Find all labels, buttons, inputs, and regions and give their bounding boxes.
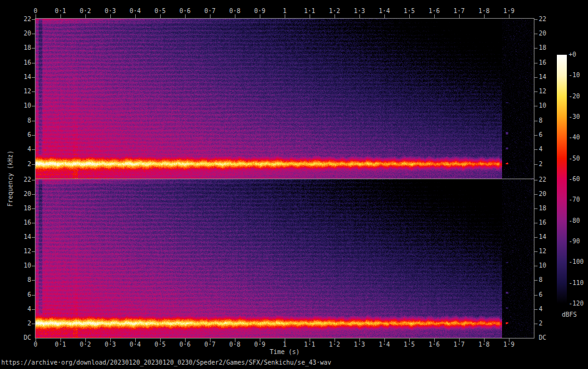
freq-tick-mark xyxy=(534,63,538,63)
freq-tick-mark xyxy=(534,280,538,281)
freq-tick-label: 20 xyxy=(539,29,560,37)
freq-tick-mark xyxy=(534,324,538,324)
spectrogram-canvas-channel-2 xyxy=(36,179,534,338)
freq-tick-mark xyxy=(534,19,538,20)
time-tick-mark xyxy=(409,339,410,342)
time-tick-mark xyxy=(359,14,360,18)
colorbar-tick-label: -110 xyxy=(569,279,587,287)
freq-tick-label: 4 xyxy=(12,305,31,313)
time-tick-mark xyxy=(60,339,61,342)
freq-tick-mark xyxy=(534,77,538,78)
spectrogram-figure: Frequency (kHz) 00·10·20·30·40·50·60·70·… xyxy=(0,0,588,369)
freq-tick-label: 18 xyxy=(539,44,560,52)
time-tick-mark xyxy=(484,14,485,18)
freq-dc-label: DC xyxy=(539,334,560,342)
time-tick-mark xyxy=(310,14,310,18)
time-tick-mark xyxy=(384,14,385,18)
spectrogram-canvas-channel-1 xyxy=(36,19,534,179)
colorbar-tick-label: -60 xyxy=(569,175,587,183)
time-tick-mark xyxy=(36,14,36,18)
source-url: https://archive·org/download/20230120_20… xyxy=(1,358,331,367)
time-tick-mark xyxy=(185,339,186,342)
time-tick-mark xyxy=(210,14,211,18)
freq-tick-label: 12 xyxy=(12,247,31,255)
freq-tick-label: 8 xyxy=(12,276,31,284)
freq-tick-label: 4 xyxy=(12,145,31,153)
freq-tick-label: 2 xyxy=(12,319,31,327)
time-tick-mark xyxy=(459,14,460,18)
freq-tick-label: 2 xyxy=(539,319,560,327)
colorbar-tick-label: +0 xyxy=(569,50,587,58)
time-tick-mark xyxy=(110,339,111,342)
freq-tick-label: 22 xyxy=(12,15,31,23)
time-tick-mark xyxy=(210,339,211,342)
time-tick-mark xyxy=(160,339,161,342)
freq-tick-mark xyxy=(534,251,538,252)
colorbar-tick-label: -10 xyxy=(569,71,587,79)
time-tick-mark xyxy=(260,339,260,342)
freq-tick-label: 2 xyxy=(12,160,31,168)
freq-tick-mark xyxy=(534,194,538,195)
time-tick-mark xyxy=(60,14,61,18)
time-tick-mark xyxy=(285,14,285,18)
freq-tick-label: 10 xyxy=(12,101,31,110)
freq-tick-mark xyxy=(534,106,538,106)
freq-tick-mark xyxy=(534,121,538,121)
freq-tick-label: 22 xyxy=(12,175,31,184)
colorbar-tick-label: -90 xyxy=(569,237,587,245)
freq-tick-mark xyxy=(534,266,538,266)
colorbar-tick-label: -120 xyxy=(569,299,587,307)
time-tick-mark xyxy=(135,339,136,342)
freq-tick-label: 20 xyxy=(12,190,31,198)
freq-tick-label: 8 xyxy=(12,116,31,124)
time-tick-mark xyxy=(185,14,186,18)
time-axis-title: Time (s) xyxy=(254,348,316,356)
time-tick-mark xyxy=(459,339,460,342)
time-tick-mark xyxy=(434,339,435,342)
time-tick-mark xyxy=(310,339,310,342)
time-tick-mark xyxy=(334,339,335,342)
time-tick-mark xyxy=(85,14,86,18)
freq-tick-label: 14 xyxy=(12,233,31,241)
colorbar-tick-label: -80 xyxy=(569,217,587,225)
time-tick-mark xyxy=(110,14,111,18)
colorbar-title: dBFS xyxy=(557,311,582,319)
colorbar-gradient xyxy=(557,55,567,304)
time-tick-mark xyxy=(235,14,235,18)
freq-tick-label: 20 xyxy=(12,29,31,37)
freq-tick-mark xyxy=(534,223,538,223)
freq-tick-mark xyxy=(534,208,538,209)
freq-tick-label: 14 xyxy=(12,73,31,81)
freq-tick-mark xyxy=(534,91,538,92)
freq-tick-mark xyxy=(534,309,538,310)
time-tick-mark xyxy=(160,14,161,18)
freq-tick-mark xyxy=(534,135,538,136)
time-tick-mark xyxy=(384,339,385,342)
time-tick-mark xyxy=(434,14,435,18)
time-tick-mark xyxy=(359,339,360,342)
colorbar-tick-label: -100 xyxy=(569,258,587,266)
time-tick-mark xyxy=(36,339,36,342)
freq-tick-label: 6 xyxy=(12,291,31,299)
colorbar-tick-label: -50 xyxy=(569,154,587,162)
colorbar-tick-label: -30 xyxy=(569,113,587,121)
time-tick-mark xyxy=(235,339,235,342)
freq-tick-label: 6 xyxy=(12,131,31,139)
time-tick-mark xyxy=(509,339,510,342)
freq-tick-label: 16 xyxy=(12,58,31,67)
colorbar-tick-label: -40 xyxy=(569,133,587,141)
freq-tick-label: 18 xyxy=(12,44,31,52)
time-tick-mark xyxy=(509,14,510,18)
time-tick-mark xyxy=(135,14,136,18)
freq-tick-mark xyxy=(534,237,538,238)
freq-tick-label: 16 xyxy=(12,218,31,227)
colorbar-tick-label: -70 xyxy=(569,195,587,203)
time-tick-mark xyxy=(260,14,260,18)
freq-tick-mark xyxy=(534,149,538,150)
freq-tick-mark xyxy=(534,34,538,34)
time-tick-mark xyxy=(334,14,335,18)
freq-tick-mark xyxy=(534,48,538,49)
freq-tick-label: 12 xyxy=(12,87,31,95)
freq-tick-label: 10 xyxy=(12,261,31,269)
freq-tick-mark xyxy=(534,180,538,180)
